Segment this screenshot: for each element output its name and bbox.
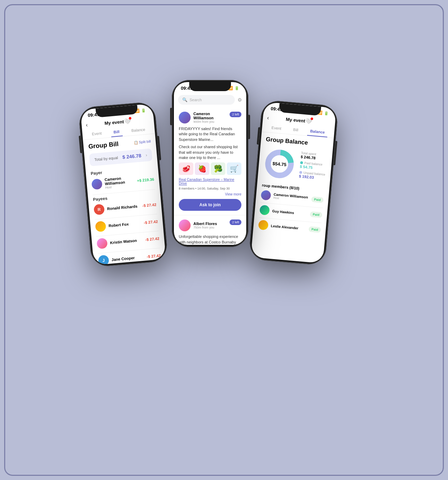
event-card-2-header: Albert Flores 750m from you 2 left: [179, 219, 241, 231]
unpaid-dot: [299, 171, 302, 174]
event-card-1: Cameron Williamson 900m from you 2 left …: [174, 107, 246, 215]
org-distance-2: 750m from you: [193, 226, 217, 229]
members-header-text: roup members (8/10): [262, 183, 300, 190]
event-organizer-2: Albert Flores 750m from you: [179, 219, 217, 231]
payee-info-0: Ronald Richards: [107, 204, 139, 211]
org-name-1: Cameron Williamson: [193, 112, 230, 120]
payer-row: Cameron Williamson Host +$ 219.36: [91, 173, 154, 191]
heart-button-right[interactable]: 🤍: [305, 118, 313, 125]
org-avatar-1: [179, 112, 191, 123]
group-balance-title: Group Balance: [266, 136, 329, 149]
meat-emoji: 🥩: [179, 162, 193, 175]
phone-left-screen: 09:41 📶 🔋 ‹ My event 🤍: [80, 104, 166, 265]
tab-bill-right[interactable]: Bill: [290, 125, 302, 135]
org-distance-1: 900m from you: [193, 120, 230, 123]
battery-icon-r: 🔋: [324, 111, 329, 116]
split-bill-link[interactable]: 📋 Split bill: [134, 139, 151, 145]
paid-badge-0: Paid: [311, 197, 323, 203]
total-amount: $ 246.78: [122, 153, 142, 160]
member-avatar-0: [261, 190, 271, 200]
badge-left-1: 2 left: [230, 112, 241, 117]
event-organizer-1: Cameron Williamson 900m from you: [179, 112, 230, 123]
payee-amount-0: -$ 27.42: [142, 202, 157, 208]
payee-amount-2: -$ 27.42: [145, 237, 159, 242]
view-more-btn[interactable]: View more: [179, 192, 241, 196]
battery-icon: 🔋: [141, 108, 146, 113]
event-img-veggie: 🥦: [211, 162, 225, 175]
balance-nav-title: My event: [286, 117, 305, 123]
payer-amount: +$ 219.36: [137, 177, 154, 183]
member-info-1: Guy Hawkins: [272, 209, 307, 216]
tab-balance-right[interactable]: Balance: [307, 127, 328, 137]
tab-balance-left[interactable]: Balance: [128, 125, 149, 136]
members-section: roup members (8/10) Cameron Williamson H…: [258, 183, 325, 235]
phone-left: 09:41 📶 🔋 ‹ My event 🤍: [78, 101, 168, 267]
event-meta-1: 8 members • 14:00, Satuday, Sep 30: [179, 187, 241, 190]
payee-avatar-1: [95, 221, 106, 232]
bill-nav-title: My event: [104, 119, 124, 126]
ask-join-button[interactable]: Ask to join: [179, 199, 241, 211]
bill-content: Group Bill 📋 Split bill Total by equal $…: [83, 134, 166, 265]
payee-avatar-3: J: [98, 255, 110, 265]
filter-button[interactable]: ⚙: [238, 97, 242, 103]
event-location-1[interactable]: Real Canadian Superstore – Marine Drive: [179, 178, 241, 185]
total-spent-item: Total spent $ 246.78: [301, 151, 328, 161]
event-img-meat: 🥩: [179, 162, 193, 175]
payee-amount-3: -$ 27.42: [146, 253, 161, 258]
phone-right-screen: 09:41 📶 🔋 ‹ My event 🤍: [251, 102, 336, 263]
org-details-2: Albert Flores 750m from you: [193, 222, 217, 229]
paid-badge-1: Paid: [310, 211, 322, 218]
cart-emoji: 🛒: [227, 162, 241, 175]
back-button-right[interactable]: ‹: [267, 114, 269, 121]
badge-left-2: 2 left: [230, 219, 241, 225]
search-input-box[interactable]: 🔍 Search: [178, 95, 235, 105]
event-description-2: Unforgettable shopping experience with n…: [179, 234, 241, 245]
donut-chart: $54.75: [263, 147, 297, 181]
payee-name-1: Robert Fox: [109, 221, 141, 228]
total-box[interactable]: Total by equal $ 246.78 ›: [89, 149, 152, 167]
group-bill-title: Group Bill: [88, 141, 119, 151]
org-details-1: Cameron Williamson 900m from you: [193, 112, 230, 123]
member-avatar-2: [258, 220, 269, 230]
member-info-2: Leslie Alexander: [271, 224, 306, 231]
payee-name-0: Ronald Richards: [107, 204, 139, 211]
donut-label: $54.75: [272, 160, 287, 168]
phones-container: 09:41 📶 🔋 ‹ My event 🤍: [67, 49, 381, 431]
payee-info-2: Kristin Watson: [110, 238, 143, 245]
member-avatar-1: [259, 205, 270, 215]
event-img-extra: 🛒: [227, 162, 241, 175]
phone-right: 09:41 📶 🔋 ‹ My event 🤍: [248, 99, 338, 265]
phone-center: 09:41 📶 🔋 🔍 Search: [172, 80, 248, 247]
donut-section: $54.75 Total spent $ 246.78 Paid balan: [263, 147, 328, 184]
tab-event-left[interactable]: Event: [89, 129, 105, 139]
payee-info-1: Robert Fox: [109, 221, 141, 228]
group-bill-header: Group Bill 📋 Split bill: [88, 138, 151, 151]
battery-icon-c: 🔋: [234, 86, 239, 90]
payee-amount-1: -$ 27.42: [144, 219, 158, 225]
tab-bill-left[interactable]: Bill: [110, 127, 122, 137]
member-row-0: Cameron Williamson Host Paid: [261, 190, 324, 205]
event-card-1-header: Cameron Williamson 900m from you 2 left: [179, 112, 241, 123]
payer-avatar: [91, 178, 103, 190]
event-description-1: FRIDAYYYY sales! Find friends while goin…: [179, 126, 241, 142]
heart-badge: 🤍: [123, 118, 131, 125]
event-images-1: 🥩 🍓 🥦 🛒: [179, 162, 241, 175]
total-label: Total by equal: [94, 155, 118, 162]
member-name-1: Guy Hawkins: [272, 209, 307, 216]
tab-event-right[interactable]: Event: [269, 123, 285, 134]
paid-balance-item: Paid balance $ 54.75: [300, 161, 327, 171]
payee-row-0: R Ronald Richards -$ 27.42: [94, 199, 157, 215]
donut-center-amount: $54.75: [272, 161, 287, 167]
balance-content: Group Balance $54.75: [253, 132, 334, 241]
heart-button[interactable]: 🤍: [123, 118, 131, 125]
search-input-text: Search: [190, 98, 202, 102]
back-button[interactable]: ‹: [86, 122, 88, 128]
payer-info: Cameron Williamson Host: [104, 175, 135, 189]
heart-badge-right: 🤍: [305, 118, 313, 125]
org-avatar-2: [179, 219, 191, 231]
event-detail-1: Check out our shared shopping list that …: [179, 144, 241, 160]
berry-emoji: 🍓: [195, 162, 209, 175]
paid-badge-2: Paid: [309, 226, 321, 233]
search-bar-row: 🔍 Search ⚙: [174, 92, 246, 107]
chevron-icon: ›: [145, 153, 147, 158]
